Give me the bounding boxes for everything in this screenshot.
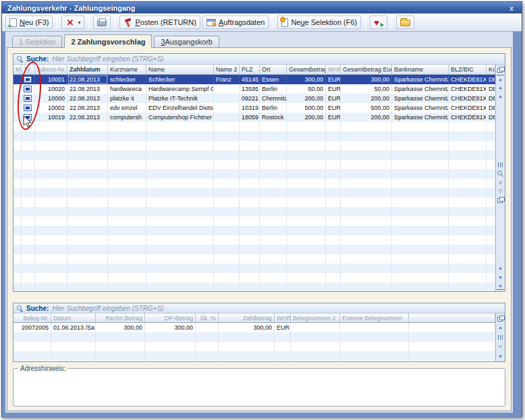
cell — [35, 273, 67, 282]
filter-icon[interactable] — [497, 187, 504, 195]
column-header-op-betrag[interactable]: OP-Betrag — [145, 313, 196, 322]
table-row[interactable] — [13, 282, 495, 291]
table-row[interactable] — [13, 235, 495, 245]
toolbar-separator — [115, 16, 115, 28]
cell — [108, 207, 146, 216]
selected-table-row[interactable]: 1000122.08.2013schleckerSchleckerFranz45… — [13, 75, 495, 84]
column-header-whr[interactable]: WHR — [275, 313, 291, 322]
table-row[interactable] — [13, 207, 495, 216]
scroll-bottom-icon[interactable] — [497, 282, 504, 290]
column-header-plz[interactable]: PLZ — [240, 65, 260, 74]
column-header-gesamtbetrag-euro[interactable]: Gesamtbetrag Euro — [341, 65, 392, 74]
table-row[interactable] — [13, 122, 495, 131]
close-icon[interactable]: x — [507, 4, 516, 12]
edit-icon[interactable] — [497, 342, 504, 350]
table-row[interactable] — [13, 332, 495, 342]
table-row[interactable]: 1001922.08.2013computershComputershop Fi… — [13, 113, 495, 122]
column-header-externe-belegnummer[interactable]: Externe Belegnummer — [340, 313, 409, 322]
copy-icon[interactable] — [497, 196, 504, 204]
table-row[interactable] — [13, 254, 495, 264]
page-up-icon[interactable] — [497, 92, 504, 100]
tab-selektion[interactable]: 1 Selektion — [12, 36, 62, 47]
table-row[interactable] — [13, 160, 495, 169]
table-row[interactable]: 1000022.08.2013platzke itPlatzke IT-Tech… — [13, 94, 495, 103]
table-row[interactable] — [13, 273, 495, 282]
column-header-ort[interactable]: Ort — [260, 65, 287, 74]
column-header-gesamtbetrag[interactable]: Gesamtbetrag — [287, 65, 326, 74]
cell — [287, 207, 326, 216]
column-header-sk-[interactable]: Sk. % — [196, 313, 219, 322]
table-row[interactable]: 1000222.08.2013edv einzelEDV Einzelhande… — [13, 103, 495, 113]
row-down-icon[interactable] — [497, 274, 504, 281]
scroll-top-icon[interactable] — [497, 75, 504, 82]
cell — [108, 254, 146, 264]
search-icon[interactable] — [497, 170, 504, 177]
table-row[interactable] — [13, 342, 495, 351]
column-header-bankname[interactable]: Bankname — [392, 65, 449, 74]
cell — [214, 207, 240, 216]
cell — [392, 254, 449, 264]
column-header-m[interactable]: M — [13, 65, 22, 74]
page-down-icon[interactable] — [497, 265, 504, 272]
table-row[interactable] — [13, 226, 495, 235]
new-selection-button[interactable]: Neue Selektion (F6) — [277, 16, 361, 29]
column-header-name[interactable]: Name — [146, 65, 214, 74]
tab-ausgangskorb[interactable]: 3 Ausgangskorb — [154, 36, 219, 47]
cell — [487, 254, 495, 264]
cell — [35, 150, 67, 160]
column-header-zahlbetrag[interactable]: Zahlbetrag — [219, 313, 275, 322]
fit-width-icon[interactable] — [498, 162, 503, 167]
toolbar-separator — [365, 16, 366, 28]
payment-button[interactable] — [370, 16, 387, 29]
column-header-beleg-nr-[interactable]: Beleg-Nr. — [13, 313, 51, 322]
detail-grid-search-input[interactable]: Suche: Hier Suchbegriff eingeben (STRG+S… — [13, 303, 505, 313]
table-row[interactable] — [13, 131, 495, 141]
delete-button[interactable]: ▾ — [61, 16, 84, 29]
column-header-konto[interactable]: Konto — [487, 65, 495, 74]
column-header-blank[interactable] — [409, 313, 495, 322]
table-row[interactable] — [13, 150, 495, 160]
column-header-kurzname[interactable]: Kurzname — [108, 65, 146, 74]
cell — [214, 84, 240, 94]
table-row[interactable] — [13, 351, 495, 361]
row-up-icon[interactable] — [497, 324, 504, 331]
column-header-datum[interactable]: Datum — [51, 313, 96, 322]
table-row[interactable] — [13, 169, 495, 179]
table-row[interactable] — [13, 188, 495, 198]
cell — [449, 226, 487, 235]
column-header-zahldatum[interactable]: Zahldatum — [67, 65, 108, 74]
tab-zahlungsvorschlag[interactable]: 2 Zahlungsvorschlag — [64, 34, 152, 48]
dropdown-caret-icon[interactable]: ▾ — [78, 20, 80, 26]
table-row[interactable] — [13, 245, 495, 254]
table-row[interactable] — [13, 264, 495, 273]
post-button[interactable]: Posten (RETURN) — [119, 16, 200, 29]
fit-width-icon[interactable] — [498, 335, 503, 340]
column-header-adress-nr-[interactable]: Adress-Nr. — [35, 65, 67, 74]
row-down-icon[interactable] — [497, 353, 504, 360]
table-row[interactable] — [13, 216, 495, 226]
table-row[interactable] — [13, 198, 495, 207]
edit-icon[interactable] — [497, 179, 504, 186]
new-button[interactable]: Neu (F3) — [5, 16, 53, 29]
folder-button[interactable] — [396, 16, 414, 29]
row-up-icon[interactable] — [497, 84, 504, 91]
cell — [287, 169, 326, 179]
cell — [35, 122, 67, 131]
column-header-blz-bic[interactable]: BLZ/BIC — [449, 65, 487, 74]
column-header-name-2[interactable]: Name 2 — [214, 65, 240, 74]
print-button[interactable] — [93, 16, 111, 29]
table-row[interactable] — [13, 141, 495, 150]
order-data-button[interactable]: Auftragsdaten — [202, 16, 269, 29]
column-header-rechn-betrag[interactable]: Rechn.Betrag — [96, 313, 145, 322]
column-chooser-icon[interactable] — [497, 315, 504, 322]
table-row[interactable]: 2007200501.06.2013 /Sa300,00300,00300,00… — [13, 323, 495, 332]
cell — [13, 282, 22, 291]
main-grid-search-input[interactable]: Suche: Hier Suchbegriff eingeben (STRG+S… — [13, 54, 505, 65]
table-row[interactable]: 1002022.08.2013hardwarecaHardwarecamp Se… — [13, 84, 495, 94]
column-header-belegnummer-2[interactable]: Belegnummer 2 — [291, 313, 340, 322]
column-header-ty[interactable]: Ty — [22, 65, 35, 74]
table-row[interactable] — [13, 179, 495, 188]
cell — [487, 235, 495, 245]
column-header-whr[interactable]: WHR — [326, 65, 341, 74]
column-chooser-icon[interactable] — [497, 66, 504, 73]
